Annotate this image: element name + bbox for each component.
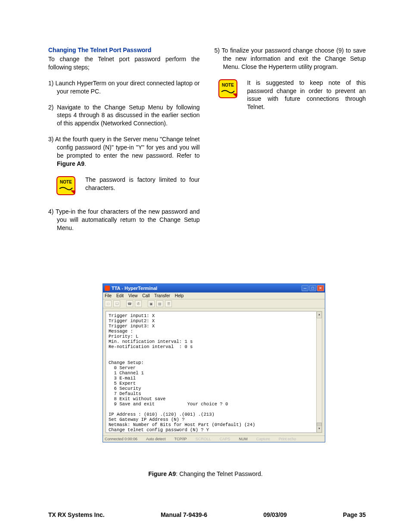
menubar: File Edit View Call Transfer Help — [103, 292, 325, 299]
step-1: 1) Launch HyperTerm on your direct conne… — [48, 79, 200, 96]
footer-page: Page 35 — [343, 511, 366, 518]
toolbar-properties-icon[interactable]: ☰ — [165, 300, 172, 307]
footer-company: TX RX Systems Inc. — [48, 511, 105, 518]
svg-text:NOTE: NOTE — [60, 180, 72, 184]
status-capture: Capture — [256, 437, 270, 441]
scrollbar[interactable]: ▴ ▾ — [316, 311, 322, 433]
window-title: TTA - HyperTerminal — [112, 286, 157, 291]
right-column: 5) To finalize your password change choo… — [215, 47, 366, 240]
figure-ref: Figure A9 — [57, 160, 84, 167]
menu-help[interactable]: Help — [175, 293, 184, 298]
toolbar-hangup-icon[interactable]: ✆ — [135, 300, 142, 307]
close-button[interactable]: ✕ — [317, 285, 324, 291]
figure-screenshot: TTA - HyperTerminal ─ □ ✕ File Edit View… — [103, 283, 325, 442]
toolbar-new-icon[interactable]: □ — [105, 300, 112, 307]
status-autodetect: Auto detect — [146, 437, 166, 441]
status-printecho: Print echo — [279, 437, 296, 441]
scroll-up-icon[interactable]: ▴ — [317, 311, 322, 318]
section-heading: Changing The Telnet Port Password — [48, 47, 200, 53]
status-connected: Connected 0:00:06 — [105, 437, 137, 441]
menu-call[interactable]: Call — [142, 293, 149, 298]
maximize-button[interactable]: □ — [309, 285, 316, 291]
status-protocol: TCP/IP — [174, 437, 187, 441]
step-2: 2) Navigate to the Change Setup Menu by … — [48, 103, 200, 128]
hyperterminal-window: TTA - HyperTerminal ─ □ ✕ File Edit View… — [103, 283, 325, 442]
status-num: NUM — [239, 437, 248, 441]
note-1-text: The password is factory limited to four … — [85, 176, 200, 192]
minimize-button[interactable]: ─ — [302, 285, 308, 291]
note-icon: NOTE — [218, 79, 240, 101]
toolbar-receive-icon[interactable]: ▤ — [156, 300, 163, 307]
note-icon: NOTE — [56, 176, 78, 198]
step-3: 3) At the fourth query in the Server men… — [48, 135, 200, 168]
toolbar-call-icon[interactable]: ☎ — [126, 300, 133, 307]
status-scroll: SCROLL — [196, 437, 211, 441]
menu-transfer[interactable]: Transfer — [154, 293, 170, 298]
statusbar: Connected 0:00:06 Auto detect TCP/IP SCR… — [103, 436, 325, 442]
app-icon — [105, 286, 110, 291]
terminal-output[interactable]: Trigger input1: X Trigger input2: X Trig… — [106, 311, 322, 433]
menu-file[interactable]: File — [105, 293, 112, 298]
status-caps: CAPS — [220, 437, 230, 441]
step-5: 5) To finalize your password change choo… — [215, 47, 366, 71]
footer-manual: Manual 7-9439-6 — [161, 511, 207, 518]
note-2-row: NOTE It is suggested to keep note of thi… — [218, 79, 366, 112]
titlebar[interactable]: TTA - HyperTerminal ─ □ ✕ — [103, 284, 325, 292]
scroll-down-icon[interactable]: ▾ — [317, 426, 322, 432]
intro-paragraph: To change the Telnet port password perfo… — [48, 55, 200, 72]
figure-caption-label: Figure A9 — [148, 470, 176, 477]
toolbar: □ ☐ ☎ ✆ ▣ ▤ ☰ — [103, 299, 325, 308]
left-column: Changing The Telnet Port Password To cha… — [48, 47, 200, 240]
figure-caption-text: : Changing the Telnet Password. — [176, 470, 262, 477]
menu-view[interactable]: View — [128, 293, 138, 298]
note-2-text: It is suggested to keep note of this pas… — [247, 79, 366, 112]
step-4: 4) Type-in the four characters of the ne… — [48, 208, 200, 232]
note-1-row: NOTE The password is factory limited to … — [56, 176, 200, 198]
svg-text:NOTE: NOTE — [222, 83, 234, 87]
toolbar-open-icon[interactable]: ☐ — [113, 300, 120, 307]
page-footer: TX RX Systems Inc. Manual 7-9439-6 09/03… — [48, 511, 366, 518]
footer-date: 09/03/09 — [263, 511, 287, 518]
toolbar-send-icon[interactable]: ▣ — [148, 300, 155, 307]
figure-caption: Figure A9: Changing the Telnet Password. — [0, 470, 411, 477]
menu-edit[interactable]: Edit — [116, 293, 124, 298]
